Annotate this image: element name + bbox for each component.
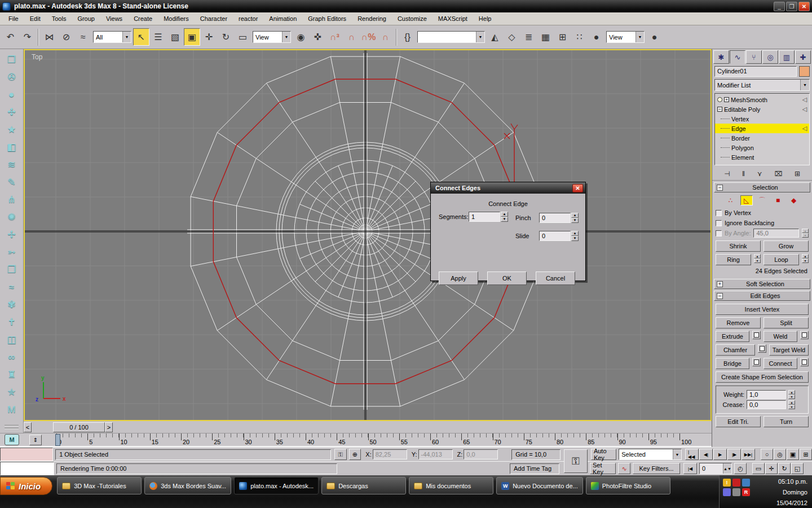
- window-crossing-icon[interactable]: ▣: [184, 28, 200, 46]
- menu-animation[interactable]: Animation: [264, 14, 302, 24]
- selection-filter-dropdown[interactable]: All▼: [93, 31, 131, 43]
- expand-collapse-icon[interactable]: +: [724, 97, 729, 102]
- by-vertex-checkbox-row[interactable]: By Vertex: [716, 208, 809, 218]
- y-coordinate-field[interactable]: -44,013: [418, 449, 453, 459]
- select-by-name-icon[interactable]: ☰: [150, 28, 166, 46]
- insert-vertex-button[interactable]: Insert Vertex: [716, 304, 809, 315]
- angle-snap-toggle-icon[interactable]: ∩: [343, 28, 360, 46]
- taskbar-task-3d-max-tutoriales[interactable]: 3D Max -Tutoriales: [57, 477, 142, 494]
- menu-group[interactable]: Group: [72, 14, 100, 24]
- by-angle-checkbox[interactable]: [716, 230, 722, 237]
- motion-tab[interactable]: ◎: [762, 50, 778, 64]
- taskbar-task-nuevo-documento-de-[interactable]: WNuevo Documento de...: [496, 477, 583, 494]
- tab-vehicle-icon[interactable]: ➳: [3, 244, 20, 260]
- bridge-settings-icon[interactable]: [752, 358, 761, 366]
- target-weld-button[interactable]: Target Weld: [769, 344, 809, 356]
- menu-tools[interactable]: Tools: [47, 14, 72, 24]
- chevron-down-icon[interactable]: ▼: [800, 80, 809, 90]
- selection-set-dropdown[interactable]: Selected ▼: [619, 449, 682, 460]
- ignore-backfacing-checkbox-row[interactable]: Ignore Backfacing: [716, 218, 809, 228]
- percent-snap-toggle-icon[interactable]: ∩%: [360, 28, 377, 46]
- segments-field[interactable]: 1: [469, 212, 500, 222]
- ring-button[interactable]: Ring: [716, 254, 751, 265]
- make-unique-icon[interactable]: ⋎: [757, 170, 762, 178]
- render-scene-icon[interactable]: ●: [588, 28, 604, 46]
- polygon-mode-icon[interactable]: ■: [772, 195, 784, 205]
- layer-manager-icon[interactable]: ≣: [520, 28, 537, 46]
- volume-icon[interactable]: [732, 488, 740, 496]
- create-tab[interactable]: ✱: [713, 50, 729, 64]
- taskbar-task-descargas[interactable]: Descargas: [321, 477, 406, 494]
- top-viewport[interactable]: Topyxz: [24, 49, 712, 421]
- tab-sphere-icon[interactable]: ●: [3, 86, 20, 103]
- border-mode-icon[interactable]: ⌒: [756, 195, 769, 205]
- named-selection-sets-dropdown[interactable]: ▼: [417, 31, 485, 43]
- extrude-settings-icon[interactable]: [752, 331, 761, 339]
- crease-field[interactable]: 0,0: [747, 400, 786, 409]
- open-mini-curve-editor-icon[interactable]: ⇕: [29, 435, 42, 445]
- apply-button[interactable]: Apply: [439, 271, 478, 285]
- vertex-mode-icon[interactable]: ∴: [725, 195, 737, 205]
- tab-knot-icon[interactable]: ✾: [3, 296, 20, 313]
- display-settings-icon[interactable]: [723, 488, 731, 496]
- tab-lights-icon[interactable]: ⋔: [3, 191, 20, 208]
- next-frame-button[interactable]: |▶: [727, 449, 741, 460]
- viewport-canvas[interactable]: Topyxz: [25, 50, 710, 420]
- go-to-start-button[interactable]: |◀◀: [685, 449, 699, 460]
- object-name-field[interactable]: Cylinder01: [714, 66, 797, 77]
- tab-gear-icon[interactable]: ✺: [3, 209, 20, 225]
- next-frame-arrow[interactable]: >: [105, 422, 113, 432]
- edit-named-selection-sets-icon[interactable]: {}: [399, 28, 416, 46]
- chevron-down-icon[interactable]: ▼: [476, 32, 484, 42]
- min-max-toggle-icon[interactable]: ◱: [791, 463, 804, 474]
- auto-key-button[interactable]: Auto Key: [591, 449, 616, 460]
- previous-frame-button[interactable]: ◀|: [699, 449, 713, 460]
- by-angle-field[interactable]: 45,0: [753, 229, 799, 238]
- utilities-tab[interactable]: ✚: [795, 50, 811, 64]
- by-angle-spinner[interactable]: ▲▼: [802, 229, 809, 238]
- chamfer-button[interactable]: Chamfer: [716, 344, 755, 356]
- minimize-button[interactable]: _: [774, 2, 785, 11]
- object-color-swatch[interactable]: [799, 66, 810, 77]
- ok-button[interactable]: OK: [487, 271, 527, 285]
- menu-customize[interactable]: Customize: [392, 14, 432, 24]
- stack-item-vertex[interactable]: Vertex: [715, 114, 809, 124]
- tab-chisel-icon[interactable]: ✎: [3, 174, 20, 190]
- spinner-snap-toggle-icon[interactable]: ∩: [377, 28, 394, 46]
- loop-button[interactable]: Loop: [764, 254, 799, 265]
- stack-item-meshsmooth[interactable]: +MeshSmooth◁: [715, 95, 809, 104]
- selection-lock-toggle[interactable]: ⚿: [334, 449, 347, 460]
- edit-edges-rollout-header[interactable]: − Edit Edges: [714, 291, 810, 301]
- rectangular-selection-region-icon[interactable]: ▧: [167, 28, 183, 46]
- close-button[interactable]: ✕: [798, 2, 810, 11]
- previous-frame-arrow[interactable]: <: [24, 422, 32, 432]
- menu-create[interactable]: Create: [129, 14, 157, 24]
- select-and-manipulate-icon[interactable]: ✜: [310, 28, 326, 46]
- modify-tab[interactable]: ∿: [730, 50, 745, 64]
- chevron-down-icon[interactable]: ▼: [282, 32, 290, 42]
- select-and-scale-icon[interactable]: ▭: [235, 28, 251, 46]
- set-key-button[interactable]: Set Key: [590, 463, 616, 474]
- frame-slider-handle[interactable]: [55, 434, 60, 446]
- collapse-icon[interactable]: −: [717, 293, 723, 299]
- chevron-down-icon[interactable]: ▼: [636, 32, 644, 42]
- tab-pin-icon[interactable]: ✣: [3, 104, 20, 120]
- show-in-viewport-icon[interactable]: ◁: [802, 96, 807, 103]
- go-to-end-button[interactable]: ▶▶|: [742, 449, 755, 460]
- create-shape-from-selection-button[interactable]: Create Shape From Selection: [716, 371, 809, 383]
- zoom-extents-icon[interactable]: ▣: [787, 449, 799, 460]
- menu-reactor[interactable]: reactor: [233, 14, 263, 24]
- tab-waves-icon[interactable]: ≈: [3, 279, 20, 295]
- close-icon[interactable]: ✕: [572, 184, 583, 192]
- configure-modifier-sets-icon[interactable]: ⊞: [795, 170, 800, 178]
- expand-collapse-icon[interactable]: −: [717, 107, 722, 112]
- time-slider[interactable]: 0 / 100: [53, 422, 105, 432]
- play-button[interactable]: ▶: [713, 449, 727, 460]
- menu-file[interactable]: File: [3, 14, 24, 24]
- arc-rotate-icon[interactable]: ↻: [778, 463, 791, 474]
- by-vertex-checkbox[interactable]: [716, 210, 722, 216]
- taskbar-task-plato-max-autodesk-[interactable]: plato.max - Autodesk...: [234, 477, 319, 494]
- key-filters-button[interactable]: Key Filters...: [633, 463, 680, 474]
- weight-field[interactable]: 1,0: [747, 390, 786, 399]
- frame-spinner[interactable]: ▲▼: [723, 463, 731, 474]
